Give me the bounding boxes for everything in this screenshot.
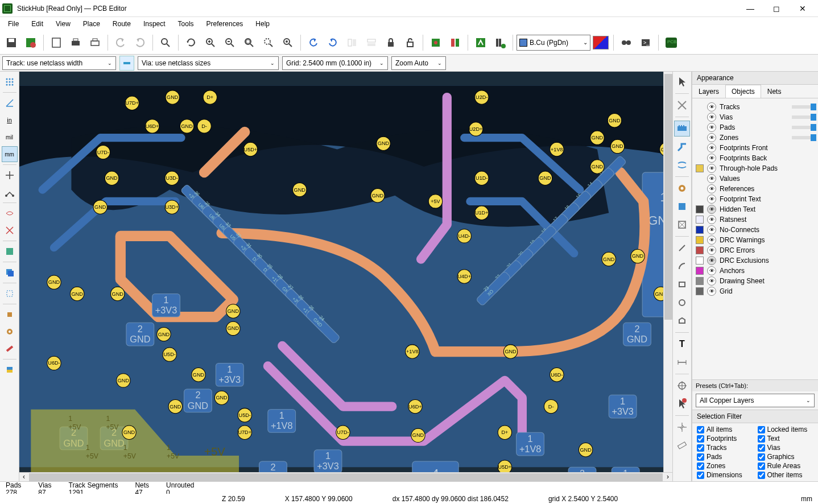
tab-nets[interactable]: Nets: [761, 85, 788, 98]
zoom-out-icon[interactable]: [221, 34, 239, 52]
filter-graphics[interactable]: Graphics: [758, 453, 814, 461]
place-via-icon[interactable]: [674, 180, 690, 196]
object-row-footprints-back[interactable]: Footprints Back: [695, 153, 816, 163]
menu-help[interactable]: Help: [250, 18, 275, 30]
save-icon[interactable]: [2, 34, 20, 52]
zoom-selection-icon[interactable]: [259, 34, 278, 52]
minimize-button[interactable]: —: [737, 0, 763, 17]
route-track-icon[interactable]: [674, 139, 690, 155]
object-row-grid[interactable]: Grid: [695, 286, 816, 296]
filter-pads[interactable]: Pads: [697, 453, 753, 461]
find-icon[interactable]: [156, 34, 175, 52]
track-display-icon[interactable]: [2, 341, 18, 357]
object-row-pads[interactable]: Pads: [695, 122, 816, 133]
object-row-tracks[interactable]: Tracks: [695, 102, 816, 112]
eye-icon[interactable]: [707, 215, 716, 224]
opacity-slider[interactable]: [792, 115, 815, 119]
canvas-hscrollbar[interactable]: ‹ ›: [19, 472, 672, 481]
eye-icon[interactable]: [707, 113, 716, 122]
eye-icon[interactable]: [707, 287, 716, 296]
menu-preferences[interactable]: Preferences: [201, 18, 249, 30]
45deg-mode-icon[interactable]: [2, 184, 18, 200]
inches-button[interactable]: in: [2, 112, 18, 128]
grid-select[interactable]: Grid: 2.5400 mm (0.1000 in)⌄: [282, 56, 388, 70]
set-origin-icon[interactable]: [674, 378, 690, 394]
filter-zones[interactable]: Zones: [697, 462, 753, 470]
place-text-icon[interactable]: T: [674, 336, 690, 352]
filter-locked-items[interactable]: Locked items: [758, 425, 814, 433]
object-row-drc-errors[interactable]: DRC Errors: [695, 245, 816, 255]
rotate-cw-icon[interactable]: [324, 34, 342, 52]
eye-icon[interactable]: [707, 236, 716, 245]
eye-icon[interactable]: [707, 174, 716, 183]
grid-toggle-icon[interactable]: [2, 74, 18, 90]
object-row-drawing-sheet[interactable]: Drawing Sheet: [695, 276, 816, 286]
object-row-vias[interactable]: Vias: [695, 112, 816, 122]
filter-tracks[interactable]: Tracks: [697, 444, 753, 452]
checkbox[interactable]: [697, 435, 704, 443]
grid-origin-icon[interactable]: [674, 419, 690, 435]
checkbox[interactable]: [697, 453, 704, 461]
eye-icon[interactable]: [707, 102, 716, 111]
track-width-select[interactable]: Track: use netclass width⌄: [2, 56, 116, 70]
object-row-references[interactable]: References: [695, 184, 816, 194]
curved-ratsnest-icon[interactable]: [2, 222, 18, 238]
mirror-v-icon[interactable]: [362, 34, 381, 52]
filter-other-items[interactable]: Other items: [758, 471, 814, 479]
eye-icon[interactable]: [707, 246, 716, 255]
object-row-drc-warnings[interactable]: DRC Warnings: [695, 235, 816, 245]
object-row-no-connects[interactable]: No-Connects: [695, 225, 816, 235]
menu-tools[interactable]: Tools: [172, 18, 200, 30]
contrast-mode-icon[interactable]: [2, 362, 18, 378]
menu-view[interactable]: View: [50, 18, 76, 30]
object-row-anchors[interactable]: Anchors: [695, 266, 816, 276]
checkbox[interactable]: [758, 472, 765, 479]
footprint-editor-icon[interactable]: [427, 34, 445, 52]
dimension-icon[interactable]: [674, 354, 690, 370]
rule-area-icon[interactable]: [674, 217, 690, 233]
mirror-h-icon[interactable]: [343, 34, 361, 52]
polar-coord-icon[interactable]: [2, 95, 18, 111]
zoom-select[interactable]: Zoom Auto⌄: [391, 56, 446, 70]
opacity-slider[interactable]: [792, 136, 815, 139]
net-highlight-icon[interactable]: [674, 97, 690, 113]
eye-icon[interactable]: [707, 225, 716, 234]
eye-icon[interactable]: [707, 266, 716, 275]
drc-icon[interactable]: [491, 34, 509, 52]
object-row-drc-exclusions[interactable]: DRC Exclusions: [695, 255, 816, 266]
tab-objects[interactable]: Objects: [725, 85, 761, 98]
eye-icon[interactable]: [707, 123, 716, 132]
opacity-slider[interactable]: [792, 105, 815, 109]
menu-route[interactable]: Route: [107, 18, 137, 30]
eye-icon[interactable]: [707, 154, 716, 163]
draw-rect-icon[interactable]: [674, 276, 690, 292]
opacity-slider[interactable]: [792, 126, 815, 129]
filter-footprints[interactable]: Footprints: [697, 435, 753, 443]
eye-icon[interactable]: [707, 205, 716, 214]
place-zone-icon[interactable]: [674, 199, 690, 214]
pcb-canvas[interactable]: 1 GND 2GND2GND2GND1+3V32GND1+3V32GND2GND…: [19, 72, 672, 481]
place-footprint-icon[interactable]: [674, 121, 690, 137]
checkbox[interactable]: [697, 472, 704, 479]
zoom-fit-icon[interactable]: [240, 34, 258, 52]
eye-icon[interactable]: [707, 164, 716, 173]
ratsnest-icon[interactable]: [2, 205, 18, 221]
rotate-ccw-icon[interactable]: [304, 34, 323, 52]
object-row-zones[interactable]: Zones: [695, 133, 816, 143]
filter-vias[interactable]: Vias: [758, 444, 814, 452]
update-from-schematic-icon[interactable]: [472, 34, 490, 52]
tab-layers[interactable]: Layers: [692, 85, 725, 98]
close-button[interactable]: ✕: [790, 0, 816, 17]
checkbox[interactable]: [697, 444, 704, 452]
plot-icon[interactable]: [86, 34, 104, 52]
filter-dimensions[interactable]: Dimensions: [697, 471, 753, 479]
object-row-values[interactable]: Values: [695, 173, 816, 184]
opacity-icon[interactable]: [2, 243, 18, 259]
zone-display-icon[interactable]: [2, 286, 18, 301]
cursor-shape-icon[interactable]: [2, 167, 18, 183]
checkbox[interactable]: [697, 462, 704, 470]
objects-list[interactable]: TracksViasPadsZonesFootprints FrontFootp…: [692, 98, 818, 379]
pcb-calculator-icon[interactable]: PCB: [662, 34, 680, 52]
eye-icon[interactable]: [707, 184, 716, 193]
select-tool-icon[interactable]: [674, 74, 690, 90]
